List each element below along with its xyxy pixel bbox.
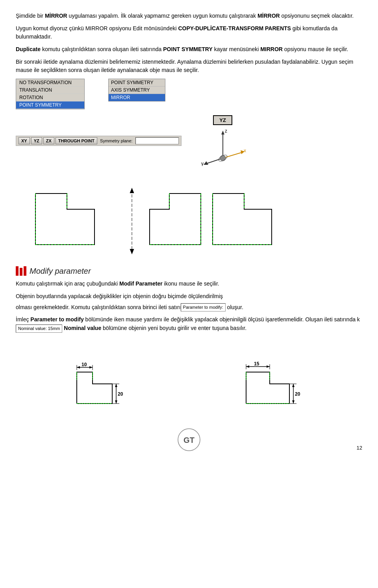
svg-marker-16: [130, 249, 133, 253]
paragraph-2: Uygun komut diyoruz çünkü MIRROR opsiyon…: [16, 24, 362, 41]
svg-marker-28: [89, 366, 93, 369]
cad-drawing-mirror: [16, 170, 362, 260]
nominal-value-ui[interactable]: Nominal value: 15mm: [16, 324, 62, 333]
modify-text-3: olması gerekmektedir. Komutu çalıştırıld…: [16, 303, 362, 312]
dim-drawing-left: 10 20: [61, 341, 140, 419]
svg-text:15: 15: [254, 361, 259, 367]
modify-text-4: İmleç Parameter to modify bölümünde iken…: [16, 315, 362, 333]
svg-text:z: z: [225, 128, 227, 134]
page-number: 12: [357, 445, 362, 451]
transform-menu-area: NO TRANSFORMATION TRANSLATION ROTATION P…: [16, 79, 362, 109]
point-sym-dropdown[interactable]: POINT SYMMETRY AXIS SYMMETRY MIRROR: [108, 79, 165, 101]
svg-text:20: 20: [295, 391, 300, 397]
symmetry-plane-input[interactable]: [135, 137, 179, 144]
svg-text:GT: GT: [183, 436, 195, 444]
svg-text:y: y: [201, 161, 204, 166]
param-to-modify-ui[interactable]: Parameter to modify:: [181, 303, 226, 312]
svg-marker-48: [292, 384, 295, 387]
transform-item-no-transform[interactable]: NO TRANSFORMATION: [16, 79, 84, 87]
transform-item-rotation[interactable]: ROTATION: [16, 94, 84, 101]
cad-mirror-svg: [16, 170, 350, 260]
svg-marker-27: [77, 366, 80, 369]
svg-marker-42: [246, 365, 249, 368]
svg-marker-43: [267, 365, 270, 368]
point-sym-item-point[interactable]: POINT SYMMETRY: [109, 79, 165, 87]
svg-marker-15: [130, 189, 133, 193]
transform-dropdown[interactable]: NO TRANSFORMATION TRANSLATION ROTATION P…: [16, 79, 85, 109]
dim-drawing-right: 15 20: [230, 341, 317, 419]
svg-point-9: [220, 155, 226, 161]
transform-item-point-sym[interactable]: POINT SYMMETRY: [16, 101, 84, 109]
svg-text:x: x: [244, 148, 246, 153]
paragraph-1: Şimdide bir MİRROR uygulaması yapalım. İ…: [16, 12, 362, 20]
gt-logo-svg: GT: [177, 428, 201, 452]
svg-marker-33: [115, 384, 117, 387]
svg-text:10: 10: [82, 362, 87, 367]
modify-parameter-section: Modify parameter: [16, 266, 362, 276]
modify-text-2: Objenin boyutlarında yapılacak değişikli…: [16, 292, 362, 301]
through-point-button[interactable]: THROUGH POINT: [56, 137, 97, 144]
modify-text-1: Komutu çalıştırmak için araç çubuğundaki…: [16, 280, 362, 288]
symmetry-toolbar: XY YZ ZX THROUGH POINT Symmetry plane:: [16, 136, 182, 146]
axis-3d-widget: z y x: [197, 127, 248, 166]
paragraph-4: Bir sonraki iletide aynalama düzlemini b…: [16, 58, 362, 75]
svg-marker-34: [115, 400, 117, 404]
bottom-logo: GT: [177, 428, 201, 453]
point-sym-item-axis[interactable]: AXIS SYMMETRY: [109, 87, 165, 94]
svg-text:20: 20: [118, 391, 123, 397]
yz-button[interactable]: YZ: [31, 137, 42, 144]
point-sym-item-mirror[interactable]: MIRROR: [109, 94, 165, 101]
dimension-drawings: 10 20 15: [16, 341, 362, 419]
paragraph-3: Duplicate komutu çalıştırıldıktan sonra …: [16, 45, 362, 54]
zx-button[interactable]: ZX: [43, 137, 54, 144]
symmetry-plane-label: Symmetry plane:: [100, 138, 133, 143]
yz-badge: YZ: [213, 115, 232, 125]
xy-button[interactable]: XY: [19, 137, 30, 144]
svg-marker-49: [292, 400, 295, 404]
svg-marker-1: [221, 131, 224, 135]
modify-parameter-icon: [16, 266, 26, 276]
yz-widget-area: YZ z y x: [197, 115, 248, 166]
modify-parameter-title: Modify parameter: [30, 267, 91, 276]
transform-item-translation[interactable]: TRANSLATION: [16, 87, 84, 94]
symmetry-toolbar-row: XY YZ ZX THROUGH POINT Symmetry plane: Y…: [16, 115, 362, 166]
